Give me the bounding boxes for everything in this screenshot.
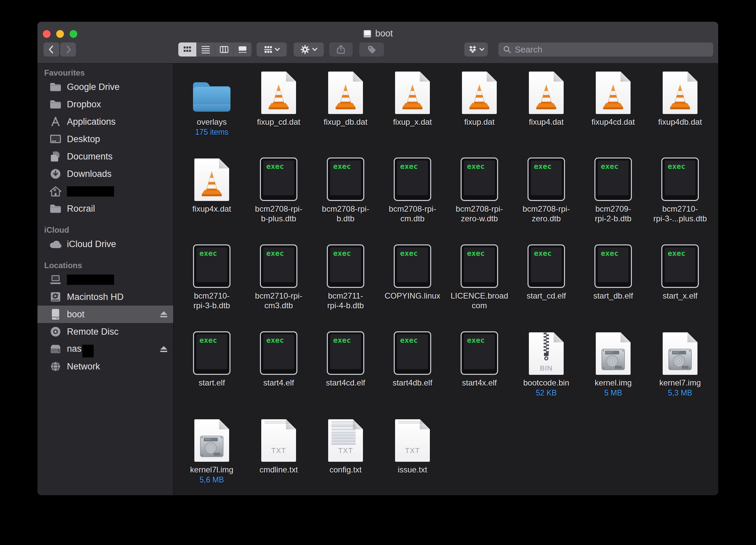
share-button[interactable] — [329, 42, 353, 57]
exec-label: exec — [263, 160, 294, 171]
file-icon: TXT — [261, 417, 296, 462]
list-view-button[interactable] — [197, 42, 215, 57]
sidebar-item-macintosh-hd[interactable]: Macintosh HD — [37, 288, 173, 306]
file-item-bcm2708-rpi--b.dtb[interactable]: exec bcm2708-rpi- b.dtb — [312, 156, 379, 243]
file-item-overlays[interactable]: overlays 175 items — [178, 70, 245, 156]
file-item-bcm2710--rpi-3-b.dtb[interactable]: exec bcm2710- rpi-3-b.dtb — [178, 243, 245, 330]
file-icon: exec — [327, 156, 364, 201]
forward-button[interactable] — [60, 42, 76, 57]
disk-icon — [363, 30, 372, 38]
sidebar-item-desktop[interactable]: Desktop — [37, 130, 173, 148]
file-name: overlays — [197, 117, 226, 127]
window-title: boot — [363, 28, 393, 39]
file-item-start_cd.elf[interactable]: exec start_cd.elf — [513, 243, 580, 330]
file-item-kernel7l.img[interactable]: kernel7l.img 5,6 MB — [178, 417, 245, 495]
dropbox-menu-button[interactable] — [464, 42, 488, 57]
file-item-cmdline.txt[interactable]: TXT cmdline.txt — [245, 417, 312, 495]
exec-label: exec — [397, 334, 428, 344]
file-item-fixup4cd.dat[interactable]: fixup4cd.dat — [580, 70, 647, 156]
file-item-issue.txt[interactable]: TXT issue.txt — [379, 417, 446, 495]
file-name: bootcode.bin — [523, 378, 569, 388]
file-name: cmdline.txt — [260, 465, 298, 474]
sidebar-item-dropbox[interactable]: Dropbox — [37, 96, 173, 113]
file-item-config.txt[interactable]: TXT config.txt — [312, 417, 379, 495]
file-size: 5 MB — [604, 389, 622, 398]
zoom-button[interactable] — [70, 30, 77, 38]
sidebar-item-documents[interactable]: Documents — [37, 148, 173, 165]
group-by-button[interactable] — [257, 42, 287, 57]
sidebar-item-nas[interactable]: nas — [37, 340, 173, 358]
file-item-bcm2708-rpi--cm.dtb[interactable]: exec bcm2708-rpi- cm.dtb — [379, 156, 446, 243]
file-name: start4cd.elf — [326, 378, 365, 388]
file-item-bcm2708-rpi--zero-w.dtb[interactable]: exec bcm2708-rpi- zero-w.dtb — [446, 156, 513, 243]
file-icon — [328, 70, 363, 114]
txt-label: TXT — [395, 446, 430, 455]
file-item-bcm2710-rpi--cm3.dtb[interactable]: exec bcm2710-rpi- cm3.dtb — [245, 243, 312, 330]
file-item-start_db.elf[interactable]: exec start_db.elf — [580, 243, 647, 330]
file-name: start_cd.elf — [527, 291, 566, 301]
file-item-start_x.elf[interactable]: exec start_x.elf — [647, 243, 714, 330]
back-button[interactable] — [43, 42, 59, 57]
file-item-bcm2709--rpi-2-b.dtb[interactable]: exec bcm2709- rpi-2-b.dtb — [580, 156, 647, 243]
eject-button[interactable] — [159, 345, 168, 353]
file-item-fixup4x.dat[interactable]: fixup4x.dat — [178, 156, 245, 243]
file-item-fixup_x.dat[interactable]: fixup_x.dat — [379, 70, 446, 156]
file-item-fixup4.dat[interactable]: fixup4.dat — [513, 70, 580, 156]
gallery-view-button[interactable] — [233, 42, 252, 57]
eject-button[interactable] — [159, 310, 168, 318]
minimize-button[interactable] — [56, 30, 64, 38]
sidebar-item-icloud-drive[interactable]: iCloud Drive — [37, 235, 173, 253]
file-item-bcm2708-rpi--zero.dtb[interactable]: exec bcm2708-rpi- zero.dtb — [513, 156, 580, 243]
sidebar-item-rocrail[interactable]: Rocrail — [37, 200, 173, 217]
sidebar-item-redacted[interactable] — [37, 183, 173, 200]
sidebar-item-applications[interactable]: Applications — [37, 113, 173, 130]
file-item-LICENCE.broad-com[interactable]: exec LICENCE.broad com — [446, 243, 513, 330]
file-item-start4cd.elf[interactable]: exec start4cd.elf — [312, 330, 379, 417]
file-item-fixup_cd.dat[interactable]: fixup_cd.dat — [245, 70, 312, 156]
exec-label: exec — [397, 160, 428, 171]
column-view-button[interactable] — [215, 42, 233, 57]
sidebar-item-icon — [49, 309, 62, 320]
sidebar-item-network[interactable]: Network — [37, 358, 173, 375]
page-fold — [353, 72, 363, 82]
action-menu-button[interactable] — [294, 42, 324, 57]
file-item-bcm2710--rpi-3-...plus.dtb[interactable]: exec bcm2710- rpi-3-...plus.dtb — [647, 156, 714, 243]
sidebar: Favourites Google Drive Dropbox Applicat… — [37, 64, 174, 495]
file-item-fixup.dat[interactable]: fixup.dat — [446, 70, 513, 156]
close-button[interactable] — [43, 30, 51, 38]
file-icon — [663, 330, 697, 375]
vlc-document-icon — [261, 72, 296, 114]
file-item-kernel7.img[interactable]: kernel7.img 5,3 MB — [647, 330, 714, 417]
text-document-icon: TXT — [328, 419, 363, 462]
sidebar-item-remote-disc[interactable]: Remote Disc — [37, 323, 173, 340]
sidebar-item-redacted[interactable] — [37, 271, 173, 288]
search-field[interactable] — [498, 42, 713, 57]
file-item-bootcode.bin[interactable]: BIN bootcode.bin 52 KB — [513, 330, 580, 417]
file-item-start4.elf[interactable]: exec start4.elf — [245, 330, 312, 417]
file-item-start4x.elf[interactable]: exec start4x.elf — [446, 330, 513, 417]
sidebar-item-label: Desktop — [67, 134, 100, 144]
file-icon: exec — [260, 243, 297, 288]
group-by-icon — [263, 45, 273, 53]
file-item-bcm2708-rpi--b-plus.dtb[interactable]: exec bcm2708-rpi- b-plus.dtb — [245, 156, 312, 243]
disk-image-icon — [663, 332, 697, 375]
file-icon: TXT — [395, 417, 430, 462]
sidebar-item-label: Google Drive — [67, 82, 120, 92]
file-item-bcm2711--rpi-4-b.dtb[interactable]: exec bcm2711- rpi-4-b.dtb — [312, 243, 379, 330]
eject-icon — [159, 345, 168, 353]
search-input[interactable] — [514, 44, 703, 55]
file-item-start4db.elf[interactable]: exec start4db.elf — [379, 330, 446, 417]
icon-view-button[interactable] — [178, 42, 197, 57]
tag-button[interactable] — [359, 42, 384, 57]
exec-label: exec — [397, 247, 428, 257]
sidebar-item-downloads[interactable]: Downloads — [37, 165, 173, 183]
file-item-fixup4db.dat[interactable]: fixup4db.dat — [647, 70, 714, 156]
file-item-kernel.img[interactable]: kernel.img 5 MB — [580, 330, 647, 417]
sidebar-item-boot[interactable]: boot — [37, 306, 173, 323]
sidebar-item-google-drive[interactable]: Google Drive — [37, 78, 173, 96]
file-item-COPYING.linux[interactable]: exec COPYING.linux — [379, 243, 446, 330]
file-item-start.elf[interactable]: exec start.elf — [178, 330, 245, 417]
list-view-icon — [201, 45, 210, 54]
file-item-fixup_db.dat[interactable]: fixup_db.dat — [312, 70, 379, 156]
sidebar-item-label: Rocrail — [67, 204, 95, 214]
